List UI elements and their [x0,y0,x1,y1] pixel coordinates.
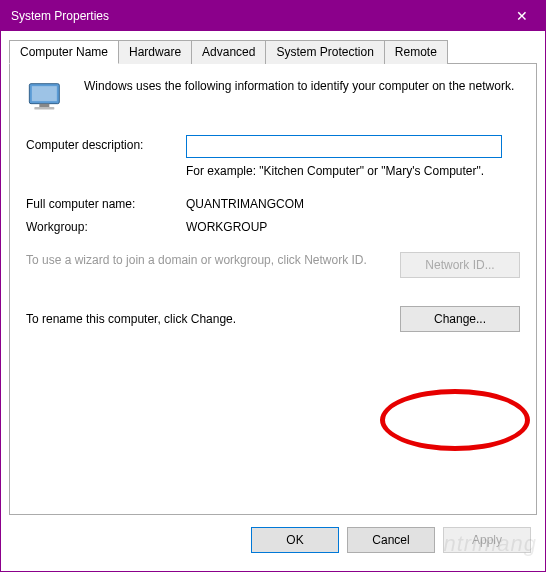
titlebar: System Properties ✕ [1,1,545,31]
workgroup-label: Workgroup: [26,217,186,234]
cancel-button[interactable]: Cancel [347,527,435,553]
desc-example: For example: "Kitchen Computer" or "Mary… [186,164,486,178]
tab-computer-name[interactable]: Computer Name [9,40,119,64]
desc-label: Computer description: [26,135,186,152]
svg-rect-3 [34,107,54,110]
tab-hardware[interactable]: Hardware [118,40,192,64]
window-title: System Properties [11,9,499,23]
tab-remote[interactable]: Remote [384,40,448,64]
close-button[interactable]: ✕ [499,1,545,31]
fullname-value: QUANTRIMANGCOM [186,194,520,211]
workgroup-value: WORKGROUP [186,217,520,234]
rename-row: To rename this computer, click Change. C… [26,306,520,332]
svg-rect-1 [32,86,57,101]
tab-advanced[interactable]: Advanced [191,40,266,64]
fullname-row: Full computer name: QUANTRIMANGCOM [26,194,520,211]
content-area: Computer Name Hardware Advanced System P… [1,31,545,515]
tab-container: Computer Name Hardware Advanced System P… [9,39,537,515]
change-button[interactable]: Change... [400,306,520,332]
rename-text: To rename this computer, click Change. [26,311,400,327]
computer-description-input[interactable] [186,135,502,158]
ok-button[interactable]: OK [251,527,339,553]
desc-row: Computer description: [26,135,520,158]
intro-row: Windows uses the following information t… [26,78,520,117]
network-id-text: To use a wizard to join a domain or work… [26,252,400,268]
apply-button: Apply [443,527,531,553]
svg-rect-2 [39,104,49,107]
tab-panel: Windows uses the following information t… [9,63,537,515]
monitor-icon [26,80,74,117]
highlight-ellipse [380,389,530,451]
intro-text: Windows uses the following information t… [84,78,520,94]
workgroup-row: Workgroup: WORKGROUP [26,217,520,234]
fullname-label: Full computer name: [26,194,186,211]
tab-row: Computer Name Hardware Advanced System P… [9,39,537,63]
network-id-button: Network ID... [400,252,520,278]
close-icon: ✕ [516,8,528,24]
dialog-button-row: OK Cancel Apply [1,515,545,567]
tab-system-protection[interactable]: System Protection [265,40,384,64]
network-id-row: To use a wizard to join a domain or work… [26,252,520,278]
desc-input-wrap [186,135,502,158]
